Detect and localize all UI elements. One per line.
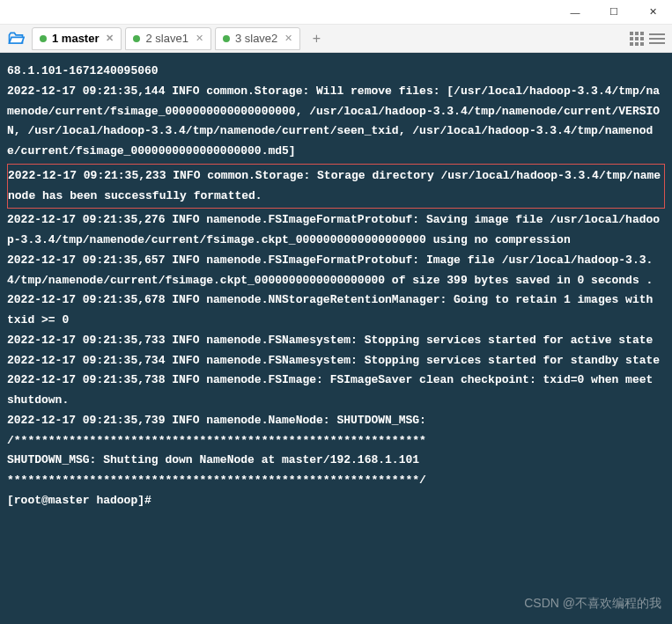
grid-view-icon[interactable] xyxy=(630,32,646,46)
close-icon[interactable]: ✕ xyxy=(106,33,114,44)
menu-icon[interactable] xyxy=(649,32,665,46)
svg-rect-9 xyxy=(649,33,665,35)
svg-rect-2 xyxy=(640,32,644,35)
tab-label: 2 slave1 xyxy=(145,32,188,45)
status-dot-icon xyxy=(223,35,230,42)
log-line: 2022-12-17 09:21:35,657 INFO namenode.FS… xyxy=(7,251,665,291)
terminal-output[interactable]: 68.1.101-1671240095060 2022-12-17 09:21:… xyxy=(0,53,672,624)
log-line: 2022-12-17 09:21:35,144 INFO common.Stor… xyxy=(7,82,665,162)
add-tab-button[interactable]: + xyxy=(307,31,325,47)
svg-rect-3 xyxy=(630,37,633,40)
maximize-button[interactable]: ☐ xyxy=(594,0,633,25)
tab-label: 1 master xyxy=(52,32,99,45)
log-line: 2022-12-17 09:21:35,733 INFO namenode.FS… xyxy=(7,331,665,351)
svg-rect-0 xyxy=(630,32,633,35)
svg-rect-11 xyxy=(649,42,665,44)
tab-slave1[interactable]: 2 slave1 ✕ xyxy=(125,27,210,50)
svg-rect-4 xyxy=(635,37,639,40)
log-line: 2022-12-17 09:21:35,678 INFO namenode.NN… xyxy=(7,290,665,331)
tab-slave2[interactable]: 3 slave2 ✕ xyxy=(215,27,300,50)
svg-rect-1 xyxy=(635,32,639,35)
tab-toolbar: 1 master ✕ 2 slave1 ✕ 3 slave2 ✕ + xyxy=(0,25,672,53)
log-line: 2022-12-17 09:21:35,734 INFO namenode.FS… xyxy=(7,351,665,371)
log-line: /***************************************… xyxy=(7,431,665,451)
tab-master[interactable]: 1 master ✕ xyxy=(32,27,122,50)
open-folder-icon[interactable] xyxy=(7,30,25,48)
tab-label: 3 slave2 xyxy=(235,32,277,45)
prompt-line: [root@master hadoop]# xyxy=(7,491,665,511)
svg-rect-8 xyxy=(640,42,644,46)
svg-rect-6 xyxy=(630,42,633,46)
close-button[interactable]: ✕ xyxy=(633,0,672,25)
log-line: 2022-12-17 09:21:35,276 INFO namenode.FS… xyxy=(7,210,665,251)
log-line: 2022-12-17 09:21:35,739 INFO namenode.Na… xyxy=(7,411,665,431)
status-dot-icon xyxy=(133,35,140,42)
svg-rect-5 xyxy=(640,37,644,40)
minimize-button[interactable]: — xyxy=(556,0,594,25)
log-line: 68.1.101-1671240095060 xyxy=(7,62,665,82)
log-line: 2022-12-17 09:21:35,738 INFO namenode.FS… xyxy=(7,371,665,411)
window-titlebar: — ☐ ✕ xyxy=(0,0,672,25)
log-line: SHUTDOWN_MSG: Shutting down NameNode at … xyxy=(7,451,665,471)
highlighted-log: 2022-12-17 09:21:35,233 INFO common.Stor… xyxy=(7,164,665,209)
toolbar-right xyxy=(630,32,668,46)
status-dot-icon xyxy=(40,35,47,42)
svg-rect-10 xyxy=(649,38,665,40)
close-icon[interactable]: ✕ xyxy=(284,33,292,44)
watermark-text: CSDN @不喜欢编程的我 xyxy=(524,592,661,614)
close-icon[interactable]: ✕ xyxy=(196,33,203,44)
svg-rect-7 xyxy=(635,42,639,46)
log-line: 2022-12-17 09:21:35,233 INFO common.Stor… xyxy=(8,166,664,207)
log-line: ****************************************… xyxy=(7,471,665,491)
